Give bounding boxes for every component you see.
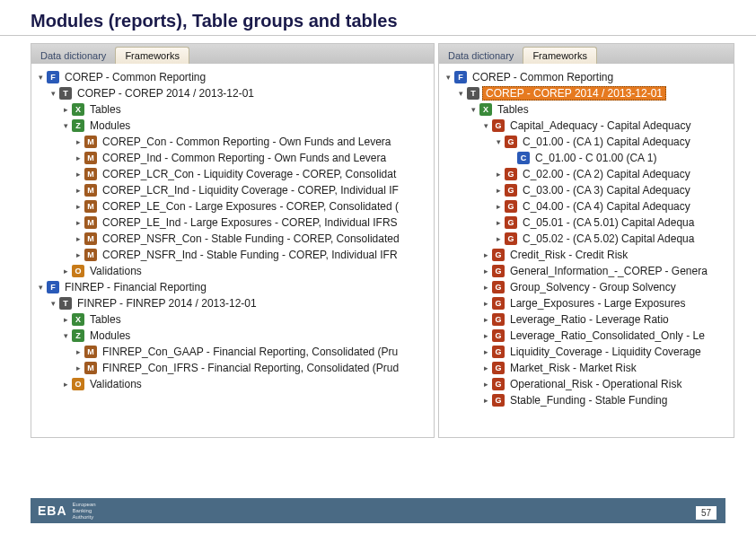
- tree-label[interactable]: Tables: [495, 103, 532, 116]
- tree-node[interactable]: ▸XTables: [35, 311, 432, 328]
- tree-label[interactable]: COREP - COREP 2014 / 2013-12-01: [75, 87, 257, 100]
- expander-closed-icon[interactable]: ▸: [73, 217, 84, 228]
- expander-closed-icon[interactable]: ▸: [73, 363, 84, 373]
- tree-node[interactable]: ▸MCOREP_NSFR_Ind - Stable Funding - CORE…: [35, 247, 432, 263]
- tree-node[interactable]: ▸GStable_Funding - Stable Funding: [443, 392, 732, 408]
- tree-node[interactable]: ▸GMarket_Risk - Market Risk: [443, 360, 732, 376]
- expander-closed-icon[interactable]: ▸: [493, 217, 504, 228]
- tree-label[interactable]: COREP_LE_Ind - Large Exposures - COREP, …: [100, 216, 400, 229]
- tree-node[interactable]: ▾XTables: [443, 101, 732, 118]
- tree-label[interactable]: FINREP_Con_GAAP - Financial Reporting, C…: [100, 346, 400, 358]
- tree-node[interactable]: ▸MFINREP_Con_GAAP - Financial Reporting,…: [35, 344, 432, 360]
- expander-closed-icon[interactable]: ▸: [73, 201, 84, 212]
- tree-node[interactable]: ▾FFINREP - Financial Reporting: [35, 279, 432, 295]
- tree-label[interactable]: Validations: [87, 378, 145, 390]
- tree-node[interactable]: ▾ZModules: [35, 328, 432, 344]
- tree-label[interactable]: Tables: [87, 313, 124, 326]
- tree-node[interactable]: ▸GC_05.01 - (CA 5.01) Capital Adequa: [443, 214, 732, 231]
- expander-closed-icon[interactable]: ▸: [480, 266, 491, 276]
- tree-label[interactable]: Credit_Risk - Credit Risk: [507, 249, 630, 261]
- expander-open-icon[interactable]: ▾: [443, 72, 453, 83]
- tree-label[interactable]: General_Information_-_COREP - Genera: [507, 265, 710, 277]
- tree-label[interactable]: Leverage_Ratio_Consolidated_Only - Le: [507, 329, 708, 342]
- tree-label[interactable]: COREP_NSFR_Ind - Stable Funding - COREP,…: [100, 249, 400, 261]
- tree-node[interactable]: ▸GCredit_Risk - Credit Risk: [443, 247, 732, 263]
- tree-node[interactable]: ▾TFINREP - FINREP 2014 / 2013-12-01: [35, 295, 432, 311]
- tree-node[interactable]: ▸MCOREP_Con - Common Reporting - Own Fun…: [35, 134, 432, 150]
- expander-open-icon[interactable]: ▾: [60, 330, 71, 341]
- tree-label[interactable]: C_03.00 - (CA 3) Capital Adequacy: [520, 184, 693, 197]
- tree-label[interactable]: C_01.00 - C 01.00 (CA 1): [532, 152, 659, 164]
- tree-node[interactable]: ▸GLiquidity_Coverage - Liquidity Coverag…: [443, 344, 732, 360]
- tree-label[interactable]: Stable_Funding - Stable Funding: [507, 394, 670, 407]
- tab-data-dictionary[interactable]: Data dictionary: [31, 48, 115, 64]
- tree-label[interactable]: COREP_Ind - Common Reporting - Own Funds…: [100, 152, 389, 164]
- tree-label[interactable]: Validations: [87, 265, 145, 277]
- tree-label[interactable]: Large_Exposures - Large Exposures: [507, 297, 688, 310]
- tree-label[interactable]: FINREP - Financial Reporting: [62, 281, 209, 293]
- expander-closed-icon[interactable]: ▸: [480, 363, 491, 373]
- tree-label[interactable]: COREP_LCR_Con - Liquidity Coverage - COR…: [100, 168, 399, 180]
- tree-label[interactable]: Liquidity_Coverage - Liquidity Coverage: [507, 346, 704, 358]
- tree-label[interactable]: FINREP - FINREP 2014 / 2013-12-01: [75, 297, 259, 310]
- tree-label[interactable]: Modules: [87, 119, 133, 132]
- tree-label[interactable]: C_05.01 - (CA 5.01) Capital Adequa: [520, 216, 697, 229]
- expander-closed-icon[interactable]: ▸: [60, 266, 71, 276]
- expander-closed-icon[interactable]: ▸: [480, 379, 491, 390]
- tree-label[interactable]: COREP_LCR_Ind - Liquidity Coverage - COR…: [100, 184, 401, 197]
- tree-label[interactable]: C_05.02 - (CA 5.02) Capital Adequa: [520, 232, 697, 245]
- tree-node[interactable]: ▾GC_01.00 - (CA 1) Capital Adequacy: [443, 134, 732, 150]
- tree-node[interactable]: ▾ZModules: [35, 118, 432, 134]
- expander-open-icon[interactable]: ▾: [493, 136, 504, 147]
- tree-node[interactable]: ▸MCOREP_LE_Ind - Large Exposures - COREP…: [35, 214, 432, 231]
- right-tree[interactable]: ▾FCOREP - Common Reporting▾TCOREP - CORE…: [439, 64, 734, 410]
- expander-closed-icon[interactable]: ▸: [73, 346, 84, 357]
- tree-label[interactable]: COREP - COREP 2014 / 2013-12-01: [482, 86, 666, 101]
- tree-node[interactable]: ▾TCOREP - COREP 2014 / 2013-12-01: [443, 85, 732, 101]
- expander-closed-icon[interactable]: ▸: [480, 346, 491, 357]
- expander-closed-icon[interactable]: ▸: [493, 169, 504, 179]
- tree-node[interactable]: ▸MCOREP_LCR_Con - Liquidity Coverage - C…: [35, 166, 432, 182]
- tree-node[interactable]: ▸GC_05.02 - (CA 5.02) Capital Adequa: [443, 231, 732, 247]
- tree-node[interactable]: ▸MCOREP_LE_Con - Large Exposures - COREP…: [35, 198, 432, 214]
- expander-open-icon[interactable]: ▾: [35, 282, 46, 293]
- expander-closed-icon[interactable]: ▸: [480, 249, 491, 260]
- expander-closed-icon[interactable]: ▸: [480, 330, 491, 341]
- tree-node[interactable]: ▸GLeverage_Ratio - Leverage Ratio: [443, 311, 732, 328]
- expander-closed-icon[interactable]: ▸: [480, 298, 491, 309]
- tree-label[interactable]: Group_Solvency - Group Solvency: [507, 281, 679, 293]
- expander-closed-icon[interactable]: ▸: [493, 185, 504, 196]
- tree-node[interactable]: ▸GGeneral_Information_-_COREP - Genera: [443, 263, 732, 279]
- tab-data-dictionary-right[interactable]: Data dictionary: [439, 48, 523, 64]
- tree-node[interactable]: ▸GLeverage_Ratio_Consolidated_Only - Le: [443, 328, 732, 344]
- expander-open-icon[interactable]: ▾: [480, 120, 491, 131]
- tree-node[interactable]: ▸XTables: [35, 101, 432, 118]
- tree-node[interactable]: ▸GLarge_Exposures - Large Exposures: [443, 295, 732, 311]
- tree-label[interactable]: FINREP_Con_IFRS - Financial Reporting, C…: [100, 362, 401, 374]
- tree-label[interactable]: Modules: [87, 329, 133, 342]
- tree-label[interactable]: Operational_Risk - Operational Risk: [507, 378, 684, 390]
- tree-node[interactable]: ▸MCOREP_LCR_Ind - Liquidity Coverage - C…: [35, 182, 432, 198]
- tree-label[interactable]: Tables: [87, 103, 124, 116]
- tree-label[interactable]: COREP_Con - Common Reporting - Own Funds…: [100, 136, 393, 148]
- expander-closed-icon[interactable]: ▸: [73, 233, 84, 244]
- expander-open-icon[interactable]: ▾: [48, 88, 58, 99]
- expander-closed-icon[interactable]: ▸: [73, 153, 84, 163]
- expander-open-icon[interactable]: ▾: [48, 298, 58, 309]
- expander-closed-icon[interactable]: ▸: [73, 185, 84, 196]
- tree-node[interactable]: ▸OValidations: [35, 263, 432, 279]
- tree-node[interactable]: ▸MFINREP_Con_IFRS - Financial Reporting,…: [35, 360, 432, 376]
- expander-closed-icon[interactable]: ▸: [60, 379, 71, 390]
- expander-closed-icon[interactable]: ▸: [493, 201, 504, 212]
- tree-node[interactable]: ▸GGroup_Solvency - Group Solvency: [443, 279, 732, 295]
- tree-node[interactable]: CC_01.00 - C 01.00 (CA 1): [443, 150, 732, 166]
- tab-frameworks[interactable]: Frameworks: [115, 47, 189, 64]
- tree-node[interactable]: ▾FCOREP - Common Reporting: [443, 69, 732, 85]
- tree-label[interactable]: COREP - Common Reporting: [62, 71, 208, 83]
- expander-closed-icon[interactable]: ▸: [60, 104, 71, 115]
- tree-node[interactable]: ▸MCOREP_Ind - Common Reporting - Own Fun…: [35, 150, 432, 166]
- expander-open-icon[interactable]: ▾: [60, 120, 71, 131]
- expander-closed-icon[interactable]: ▸: [60, 314, 71, 325]
- left-tree[interactable]: ▾FCOREP - Common Reporting▾TCOREP - CORE…: [31, 64, 434, 394]
- tree-node[interactable]: ▸OValidations: [35, 376, 432, 392]
